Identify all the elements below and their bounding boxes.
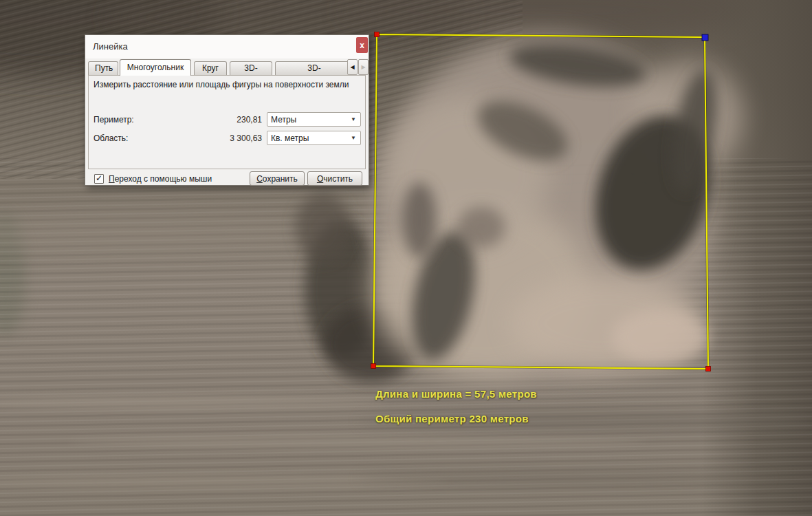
area-label: Область: [94, 133, 128, 143]
panel-description: Измерить расстояние или площадь фигуры н… [94, 80, 349, 89]
close-icon[interactable]: x [356, 37, 368, 53]
tab-3d-path[interactable]: 3D-путь [230, 61, 272, 75]
checkmark-icon: ✓ [96, 173, 102, 183]
tab-3d-polygon[interactable]: 3D-многоугольник [275, 61, 353, 75]
measure-panel: Измерить расстояние или площадь фигуры н… [88, 75, 366, 169]
perimeter-label: Периметр: [94, 115, 134, 125]
tab-scroll-left-icon[interactable]: ◀ [347, 59, 358, 75]
mouse-nav-label[interactable]: Переход с помощью мыши [109, 174, 212, 184]
tab-strip: Путь Многоугольник Круг 3D-путь 3D-много… [85, 58, 369, 75]
area-unit-value: Кв. метры [267, 133, 349, 143]
dialog-titlebar[interactable]: Линейка x [85, 35, 369, 58]
area-row: Область: 3 300,63 Кв. метры ▼ [94, 131, 361, 145]
dimension-annotation: Длина и ширина = 57,5 метров [375, 388, 537, 400]
area-unit-select[interactable]: Кв. метры ▼ [267, 131, 361, 145]
polygon-vertex-marker[interactable] [375, 32, 380, 37]
map-viewport[interactable]: Длина и ширина = 57,5 метров Общий перим… [0, 0, 812, 516]
perimeter-value: 230,81 [237, 115, 262, 125]
tab-polygon[interactable]: Многоугольник [120, 59, 191, 76]
perimeter-annotation: Общий периметр 230 метров [375, 413, 529, 424]
tab-path[interactable]: Путь [88, 61, 118, 75]
mouse-nav-checkbox[interactable]: ✓ [94, 174, 104, 184]
perimeter-unit-value: Метры [267, 115, 349, 125]
chevron-down-icon: ▼ [349, 116, 360, 122]
polygon-active-vertex-marker[interactable] [702, 34, 708, 41]
dialog-title: Линейка [93, 35, 128, 58]
area-value: 3 300,63 [230, 133, 262, 143]
ruler-dialog: Линейка x Путь Многоугольник Круг 3D-пут… [85, 34, 369, 186]
tab-circle[interactable]: Круг [194, 61, 227, 75]
chevron-down-icon: ▼ [349, 135, 360, 141]
perimeter-unit-select[interactable]: Метры ▼ [267, 112, 361, 127]
tab-scroll-right-icon[interactable]: ▶ [358, 59, 369, 75]
polygon-vertex-marker[interactable] [706, 367, 711, 372]
clear-button[interactable]: Очистить [307, 171, 362, 186]
polygon-vertex-marker[interactable] [371, 364, 376, 369]
perimeter-row: Периметр: 230,81 Метры ▼ [94, 112, 361, 127]
save-button[interactable]: Сохранить [250, 171, 305, 186]
